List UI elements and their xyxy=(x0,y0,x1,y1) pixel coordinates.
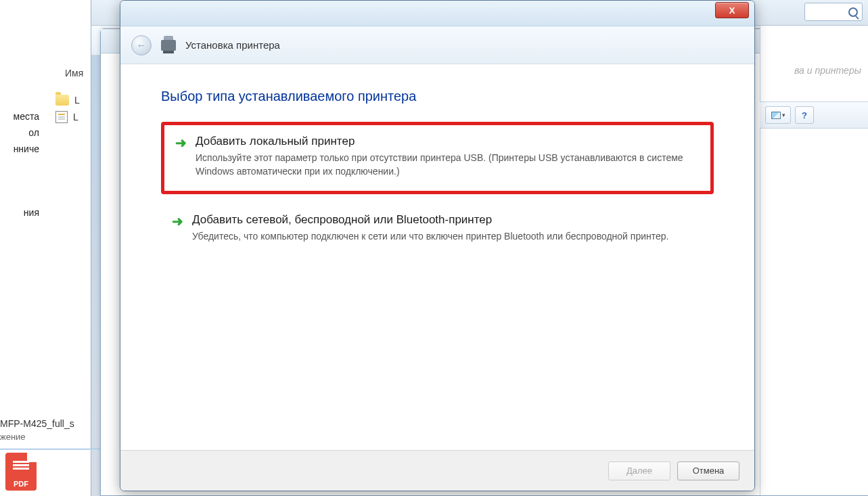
printer-icon xyxy=(161,40,176,51)
wizard-header: ← Установка принтера xyxy=(120,26,754,64)
folder-icon xyxy=(55,95,69,106)
file-list: L L xyxy=(55,95,80,123)
search-placeholder-fragment: ва и принтеры xyxy=(794,65,861,76)
details-filename: MFP-M425_full_s xyxy=(0,418,74,429)
details-divider xyxy=(0,449,115,450)
sidebar-item[interactable]: ния xyxy=(0,204,41,221)
help-icon: ? xyxy=(802,110,807,120)
next-button: Далее xyxy=(608,461,670,480)
arrow-right-icon: ➜ xyxy=(170,215,184,228)
sidebar-item[interactable]: нниче xyxy=(0,141,41,157)
search-box-fragment[interactable] xyxy=(804,3,863,21)
sidebar-item[interactable]: места xyxy=(0,108,41,125)
option-local-printer[interactable]: ➜ Добавить локальный принтер Используйте… xyxy=(161,122,714,194)
add-printer-wizard: X ← Установка принтера Выбор типа устана… xyxy=(120,0,755,491)
pdf-lines-icon xyxy=(13,461,29,463)
wizard-titlebar: X xyxy=(120,1,754,26)
search-icon xyxy=(848,7,858,17)
pdf-icon[interactable]: PDF xyxy=(5,453,37,491)
close-icon: X xyxy=(729,5,735,16)
right-toolbar-fragment: ▾ ? xyxy=(760,102,868,129)
inf-file-icon xyxy=(55,111,68,123)
file-name: L xyxy=(74,95,80,106)
option-description: Используйте этот параметр только при отс… xyxy=(196,151,698,179)
page-heading: Выбор типа устанавливаемого принтера xyxy=(161,89,714,104)
sidebar-item[interactable]: ол xyxy=(0,125,41,141)
option-description: Убедитесь, что компьютер подключен к сет… xyxy=(192,229,668,243)
back-button[interactable]: ← xyxy=(131,35,152,55)
wizard-footer: Далее Отмена xyxy=(120,450,754,491)
wizard-title: Установка принтера xyxy=(185,39,280,51)
cancel-button[interactable]: Отмена xyxy=(677,461,739,480)
arrow-left-icon: ← xyxy=(137,39,147,51)
details-filetype: жение xyxy=(0,432,26,442)
file-name: L xyxy=(73,112,78,122)
option-title: Добавить сетевой, беспроводной или Bluet… xyxy=(192,213,668,227)
next-button-label: Далее xyxy=(626,466,652,476)
list-item[interactable]: L xyxy=(55,111,80,123)
help-button[interactable]: ? xyxy=(795,106,814,124)
column-header-name[interactable]: Имя xyxy=(65,68,83,78)
arrow-right-icon: ➜ xyxy=(174,136,187,150)
sidebar-items-fragment: места ол нниче ния xyxy=(0,108,41,221)
dropdown-caret-icon: ▾ xyxy=(782,112,785,118)
cancel-button-label: Отмена xyxy=(693,466,725,476)
option-network-printer[interactable]: ➜ Добавить сетевой, беспроводной или Blu… xyxy=(161,204,714,255)
pdf-label: PDF xyxy=(14,480,28,488)
right-window-fragment: ва и принтеры ▾ ? xyxy=(760,26,868,495)
picture-icon xyxy=(771,112,781,119)
close-button[interactable]: X xyxy=(715,2,749,18)
view-button[interactable]: ▾ xyxy=(765,106,791,124)
list-item[interactable]: L xyxy=(55,95,80,106)
option-title: Добавить локальный принтер xyxy=(196,135,698,148)
wizard-body: Выбор типа устанавливаемого принтера ➜ Д… xyxy=(120,64,754,450)
